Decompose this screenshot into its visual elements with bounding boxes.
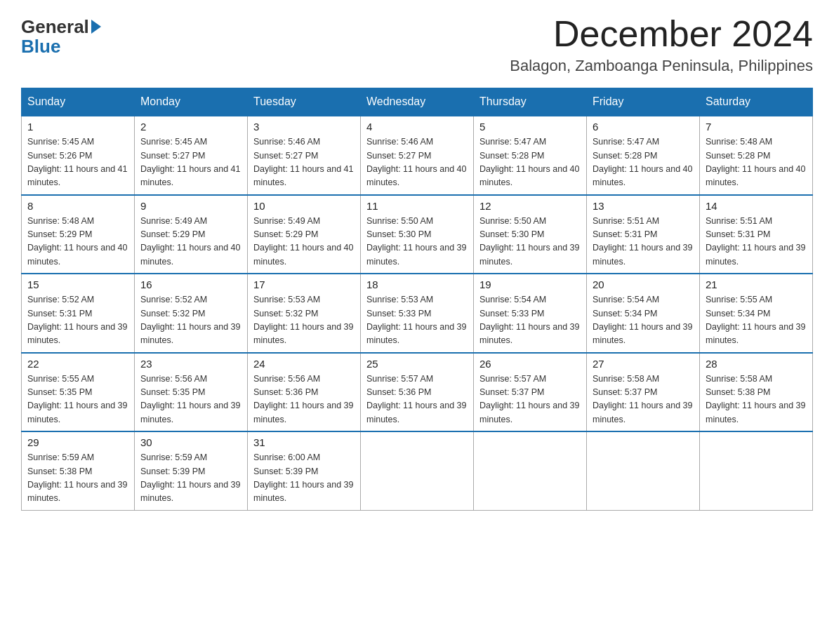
calendar-cell: 6Sunrise: 5:47 AMSunset: 5:28 PMDaylight… (587, 116, 700, 195)
day-number: 18 (366, 279, 468, 290)
location-title: Balagon, Zamboanga Peninsula, Philippine… (510, 57, 813, 75)
day-info: Sunrise: 5:51 AMSunset: 5:31 PMDaylight:… (593, 215, 694, 269)
day-number: 27 (593, 358, 694, 370)
day-info: Sunrise: 5:59 AMSunset: 5:38 PMDaylight:… (27, 451, 128, 506)
day-number: 4 (366, 121, 468, 133)
day-number: 19 (479, 279, 581, 290)
day-number: 7 (706, 121, 807, 133)
day-number: 11 (366, 200, 468, 212)
day-info: Sunrise: 5:56 AMSunset: 5:35 PMDaylight:… (140, 373, 241, 427)
calendar-cell: 16Sunrise: 5:52 AMSunset: 5:32 PMDayligh… (135, 274, 248, 353)
weekday-header-monday: Monday (135, 88, 248, 116)
day-info: Sunrise: 5:49 AMSunset: 5:29 PMDaylight:… (140, 215, 241, 269)
day-info: Sunrise: 5:50 AMSunset: 5:30 PMDaylight:… (479, 215, 581, 269)
calendar-cell: 11Sunrise: 5:50 AMSunset: 5:30 PMDayligh… (361, 195, 474, 274)
day-number: 2 (140, 121, 241, 133)
calendar-cell: 30Sunrise: 5:59 AMSunset: 5:39 PMDayligh… (135, 431, 248, 510)
month-title: December 2024 (510, 14, 813, 54)
day-number: 15 (27, 279, 128, 290)
calendar-cell (700, 431, 813, 510)
calendar-cell (474, 431, 587, 510)
day-info: Sunrise: 5:47 AMSunset: 5:28 PMDaylight:… (593, 135, 694, 190)
week-row-5: 29Sunrise: 5:59 AMSunset: 5:38 PMDayligh… (22, 431, 813, 510)
weekday-header-saturday: Saturday (700, 88, 813, 116)
day-number: 9 (140, 200, 241, 212)
logo-general-text: General (21, 18, 89, 36)
weekday-header-sunday: Sunday (22, 88, 135, 116)
day-info: Sunrise: 5:54 AMSunset: 5:34 PMDaylight:… (593, 293, 694, 348)
weekday-header-thursday: Thursday (474, 88, 587, 116)
day-info: Sunrise: 5:50 AMSunset: 5:30 PMDaylight:… (366, 215, 468, 269)
day-info: Sunrise: 5:48 AMSunset: 5:29 PMDaylight:… (27, 215, 128, 269)
day-number: 25 (366, 358, 468, 370)
day-number: 26 (479, 358, 581, 370)
day-number: 8 (27, 200, 128, 212)
day-number: 13 (593, 200, 694, 212)
day-number: 29 (27, 436, 128, 448)
calendar-cell: 9Sunrise: 5:49 AMSunset: 5:29 PMDaylight… (135, 195, 248, 274)
day-number: 14 (706, 200, 807, 212)
day-info: Sunrise: 5:46 AMSunset: 5:27 PMDaylight:… (366, 135, 468, 190)
weekday-header-wednesday: Wednesday (361, 88, 474, 116)
calendar-cell (587, 431, 700, 510)
header: General Blue December 2024 Balagon, Zamb… (21, 14, 813, 75)
logo: General Blue (21, 14, 102, 58)
day-info: Sunrise: 5:48 AMSunset: 5:28 PMDaylight:… (706, 135, 807, 190)
calendar-cell: 19Sunrise: 5:54 AMSunset: 5:33 PMDayligh… (474, 274, 587, 353)
calendar-cell: 15Sunrise: 5:52 AMSunset: 5:31 PMDayligh… (22, 274, 135, 353)
week-row-1: 1Sunrise: 5:45 AMSunset: 5:26 PMDaylight… (22, 116, 813, 195)
calendar-cell: 22Sunrise: 5:55 AMSunset: 5:35 PMDayligh… (22, 353, 135, 432)
day-info: Sunrise: 5:45 AMSunset: 5:27 PMDaylight:… (140, 135, 241, 190)
calendar-cell: 17Sunrise: 5:53 AMSunset: 5:32 PMDayligh… (248, 274, 361, 353)
day-number: 20 (593, 279, 694, 290)
day-info: Sunrise: 5:55 AMSunset: 5:35 PMDaylight:… (27, 373, 128, 427)
day-info: Sunrise: 5:58 AMSunset: 5:37 PMDaylight:… (593, 373, 694, 427)
calendar-cell: 5Sunrise: 5:47 AMSunset: 5:28 PMDaylight… (474, 116, 587, 195)
calendar-cell: 26Sunrise: 5:57 AMSunset: 5:37 PMDayligh… (474, 353, 587, 432)
day-info: Sunrise: 5:52 AMSunset: 5:31 PMDaylight:… (27, 293, 128, 348)
calendar-cell: 24Sunrise: 5:56 AMSunset: 5:36 PMDayligh… (248, 353, 361, 432)
day-number: 1 (27, 121, 128, 133)
day-number: 10 (253, 200, 355, 212)
day-info: Sunrise: 5:53 AMSunset: 5:33 PMDaylight:… (366, 293, 468, 348)
day-info: Sunrise: 5:56 AMSunset: 5:36 PMDaylight:… (253, 373, 355, 427)
day-info: Sunrise: 5:47 AMSunset: 5:28 PMDaylight:… (479, 135, 581, 190)
calendar-cell: 27Sunrise: 5:58 AMSunset: 5:37 PMDayligh… (587, 353, 700, 432)
calendar-cell: 1Sunrise: 5:45 AMSunset: 5:26 PMDaylight… (22, 116, 135, 195)
day-number: 30 (140, 436, 241, 448)
calendar-cell (361, 431, 474, 510)
weekday-header-tuesday: Tuesday (248, 88, 361, 116)
day-info: Sunrise: 6:00 AMSunset: 5:39 PMDaylight:… (253, 451, 355, 506)
calendar-cell: 13Sunrise: 5:51 AMSunset: 5:31 PMDayligh… (587, 195, 700, 274)
calendar-cell: 14Sunrise: 5:51 AMSunset: 5:31 PMDayligh… (700, 195, 813, 274)
day-info: Sunrise: 5:52 AMSunset: 5:32 PMDaylight:… (140, 293, 241, 348)
calendar-cell: 3Sunrise: 5:46 AMSunset: 5:27 PMDaylight… (248, 116, 361, 195)
calendar-cell: 18Sunrise: 5:53 AMSunset: 5:33 PMDayligh… (361, 274, 474, 353)
week-row-2: 8Sunrise: 5:48 AMSunset: 5:29 PMDaylight… (22, 195, 813, 274)
calendar-table: SundayMondayTuesdayWednesdayThursdayFrid… (21, 88, 813, 511)
day-number: 12 (479, 200, 581, 212)
calendar-cell: 29Sunrise: 5:59 AMSunset: 5:38 PMDayligh… (22, 431, 135, 510)
day-number: 3 (253, 121, 355, 133)
day-info: Sunrise: 5:46 AMSunset: 5:27 PMDaylight:… (253, 135, 355, 190)
day-number: 21 (706, 279, 807, 290)
day-info: Sunrise: 5:51 AMSunset: 5:31 PMDaylight:… (706, 215, 807, 269)
week-row-3: 15Sunrise: 5:52 AMSunset: 5:31 PMDayligh… (22, 274, 813, 353)
weekday-header-friday: Friday (587, 88, 700, 116)
day-info: Sunrise: 5:57 AMSunset: 5:36 PMDaylight:… (366, 373, 468, 427)
calendar-cell: 8Sunrise: 5:48 AMSunset: 5:29 PMDaylight… (22, 195, 135, 274)
day-info: Sunrise: 5:49 AMSunset: 5:29 PMDaylight:… (253, 215, 355, 269)
calendar-cell: 12Sunrise: 5:50 AMSunset: 5:30 PMDayligh… (474, 195, 587, 274)
day-number: 16 (140, 279, 241, 290)
day-info: Sunrise: 5:59 AMSunset: 5:39 PMDaylight:… (140, 451, 241, 506)
calendar-cell: 31Sunrise: 6:00 AMSunset: 5:39 PMDayligh… (248, 431, 361, 510)
day-info: Sunrise: 5:45 AMSunset: 5:26 PMDaylight:… (27, 135, 128, 190)
logo-arrow-icon (91, 20, 101, 34)
day-number: 22 (27, 358, 128, 370)
calendar-cell: 21Sunrise: 5:55 AMSunset: 5:34 PMDayligh… (700, 274, 813, 353)
calendar-cell: 25Sunrise: 5:57 AMSunset: 5:36 PMDayligh… (361, 353, 474, 432)
day-info: Sunrise: 5:55 AMSunset: 5:34 PMDaylight:… (706, 293, 807, 348)
calendar-cell: 10Sunrise: 5:49 AMSunset: 5:29 PMDayligh… (248, 195, 361, 274)
weekday-header-row: SundayMondayTuesdayWednesdayThursdayFrid… (22, 88, 813, 116)
day-number: 17 (253, 279, 355, 290)
